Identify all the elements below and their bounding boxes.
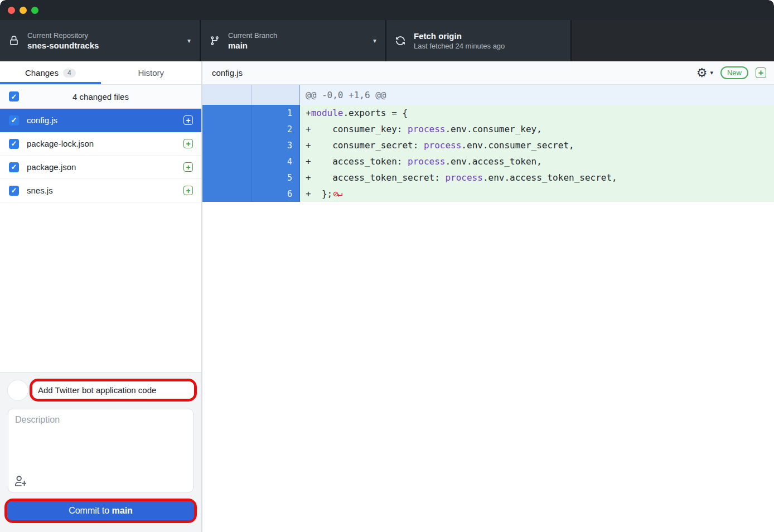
avatar xyxy=(7,380,28,401)
file-status-badge: New xyxy=(720,66,748,79)
check-icon: ✓ xyxy=(11,93,17,101)
gutter-new-line[interactable]: 1 xyxy=(252,105,300,121)
diff-line-4[interactable]: 4+ access_token: process.env.access_toke… xyxy=(202,153,774,170)
file-row-package.json[interactable]: ✓package.json+ xyxy=(0,156,201,179)
current-branch-value: main xyxy=(228,41,277,50)
select-all-row[interactable]: ✓ 4 changed files xyxy=(0,85,201,109)
file-name: package.json xyxy=(27,162,176,172)
main-content: Changes 4 History ✓ 4 changed files ✓con… xyxy=(0,61,774,532)
lock-icon xyxy=(9,36,19,46)
add-coauthor-icon[interactable] xyxy=(15,475,26,486)
commit-summary-input[interactable]: Add Twitter bot application code xyxy=(32,381,194,399)
gutter-new-line[interactable]: 2 xyxy=(252,121,300,137)
diff-line-code: +module.exports = { xyxy=(300,105,774,121)
diff-pane: config.js ⚙ ▾ New + @@ -0,0 +1,6 @@1+mod… xyxy=(202,61,774,532)
gutter-old-line[interactable] xyxy=(202,121,252,137)
tab-changes[interactable]: Changes 4 xyxy=(0,61,101,84)
commit-button-highlight-annotation: Commit to main xyxy=(4,499,197,523)
commit-button[interactable]: Commit to main xyxy=(7,501,194,520)
diff-line-code: + consumer_secret: process.env.consumer_… xyxy=(300,137,774,153)
minimize-button[interactable] xyxy=(20,7,27,14)
gutter-new-line[interactable]: 6 xyxy=(252,186,300,202)
file-name: snes.js xyxy=(27,186,176,195)
file-checkbox[interactable]: ✓ xyxy=(9,115,19,125)
added-file-icon: + xyxy=(183,115,193,125)
changes-sidebar: Changes 4 History ✓ 4 changed files ✓con… xyxy=(0,61,202,532)
titlebar xyxy=(0,0,774,20)
changed-file-list: ✓config.js+✓package-lock.json+✓package.j… xyxy=(0,109,201,202)
gutter-old-line[interactable] xyxy=(202,186,252,202)
diff-line-code: + };⊘↵ xyxy=(300,186,774,202)
commit-summary-row: Add Twitter bot application code xyxy=(4,379,197,402)
tab-history[interactable]: History xyxy=(101,61,202,84)
current-repository-dropdown[interactable]: Current Repository snes-soundtracks ▾ xyxy=(0,20,201,61)
current-branch-label: Current Branch xyxy=(228,31,277,40)
toolbar: Current Repository snes-soundtracks ▾ Cu… xyxy=(0,20,774,61)
fetch-origin-subtitle: Last fetched 24 minutes ago xyxy=(414,42,505,50)
fetch-origin-button[interactable]: Fetch origin Last fetched 24 minutes ago xyxy=(386,20,572,61)
file-name: config.js xyxy=(27,115,176,125)
commit-description-input[interactable] xyxy=(8,409,193,472)
summary-highlight-annotation: Add Twitter bot application code xyxy=(30,379,197,402)
toolbar-empty-area xyxy=(572,20,774,61)
file-checkbox[interactable]: ✓ xyxy=(9,139,19,149)
file-row-package-lock.json[interactable]: ✓package-lock.json+ xyxy=(0,132,201,156)
file-checkbox[interactable]: ✓ xyxy=(9,162,19,172)
diff-line-5[interactable]: 5+ access_token_secret: process.env.acce… xyxy=(202,170,774,186)
commit-description-box xyxy=(8,409,194,492)
diff-line-6[interactable]: 6+ };⊘↵ xyxy=(202,186,774,202)
chevron-down-icon: ▾ xyxy=(373,37,376,45)
gutter-old-line[interactable] xyxy=(202,153,252,170)
commit-button-branch: main xyxy=(112,506,133,515)
changed-files-count-label: 4 changed files xyxy=(19,92,182,101)
current-repository-value: snes-soundtracks xyxy=(27,41,99,50)
maximize-button[interactable] xyxy=(31,7,38,14)
gutter-old-line[interactable] xyxy=(202,105,252,121)
chevron-down-icon: ▾ xyxy=(710,69,713,76)
changes-count-badge: 4 xyxy=(63,69,76,78)
sync-icon xyxy=(395,36,405,46)
file-checkbox[interactable]: ✓ xyxy=(9,186,19,196)
file-row-config.js[interactable]: ✓config.js+ xyxy=(0,109,201,132)
current-branch-dropdown[interactable]: Current Branch main ▾ xyxy=(201,20,386,61)
gear-icon: ⚙ xyxy=(696,67,708,79)
select-all-checkbox[interactable]: ✓ xyxy=(9,91,19,101)
diff-actions: ⚙ ▾ New + xyxy=(696,66,766,79)
file-list-empty-area xyxy=(0,202,201,372)
diff-line-code: + access_token_secret: process.env.acces… xyxy=(300,170,774,186)
gutter-new-line[interactable]: 5 xyxy=(252,170,300,186)
diff-line-2[interactable]: 2+ consumer_key: process.env.consumer_ke… xyxy=(202,121,774,137)
fetch-origin-title: Fetch origin xyxy=(414,31,505,41)
current-repository-label: Current Repository xyxy=(27,31,99,40)
diff-body: @@ -0,0 +1,6 @@1+module.exports = {2+ co… xyxy=(202,85,774,202)
gutter-old-line[interactable] xyxy=(202,85,252,105)
gutter-old-line[interactable] xyxy=(202,137,252,153)
diff-line-code: + consumer_key: process.env.consumer_key… xyxy=(300,121,774,137)
no-newline-icon: ⊘↵ xyxy=(333,188,341,199)
diff-file-name: config.js xyxy=(212,68,696,78)
diff-line-code: + access_token: process.env.access_token… xyxy=(300,153,774,170)
hunk-header-row: @@ -0,0 +1,6 @@ xyxy=(202,85,774,105)
git-branch-icon xyxy=(210,36,220,46)
file-name: package-lock.json xyxy=(27,139,176,148)
gutter-new-line[interactable]: 4 xyxy=(252,153,300,170)
gutter-new-line[interactable] xyxy=(252,85,300,105)
expand-plus-icon[interactable]: + xyxy=(756,67,766,78)
diff-line-3[interactable]: 3+ consumer_secret: process.env.consumer… xyxy=(202,137,774,153)
tab-history-label: History xyxy=(138,68,164,78)
chevron-down-icon: ▾ xyxy=(187,37,191,45)
added-file-icon: + xyxy=(183,162,193,172)
gutter-new-line[interactable]: 3 xyxy=(252,137,300,153)
hunk-header-text: @@ -0,0 +1,6 @@ xyxy=(300,85,774,105)
tab-changes-label: Changes xyxy=(25,68,59,78)
file-row-snes.js[interactable]: ✓snes.js+ xyxy=(0,179,201,202)
diff-line-1[interactable]: 1+module.exports = { xyxy=(202,105,774,121)
close-button[interactable] xyxy=(8,7,15,14)
sidebar-tabs: Changes 4 History xyxy=(0,61,201,85)
commit-button-prefix: Commit to xyxy=(69,506,112,515)
diff-header: config.js ⚙ ▾ New + xyxy=(202,61,774,85)
diff-options-button[interactable]: ⚙ ▾ xyxy=(696,67,713,79)
github-desktop-window: Current Repository snes-soundtracks ▾ Cu… xyxy=(0,0,774,532)
added-file-icon: + xyxy=(183,139,193,148)
gutter-old-line[interactable] xyxy=(202,170,252,186)
